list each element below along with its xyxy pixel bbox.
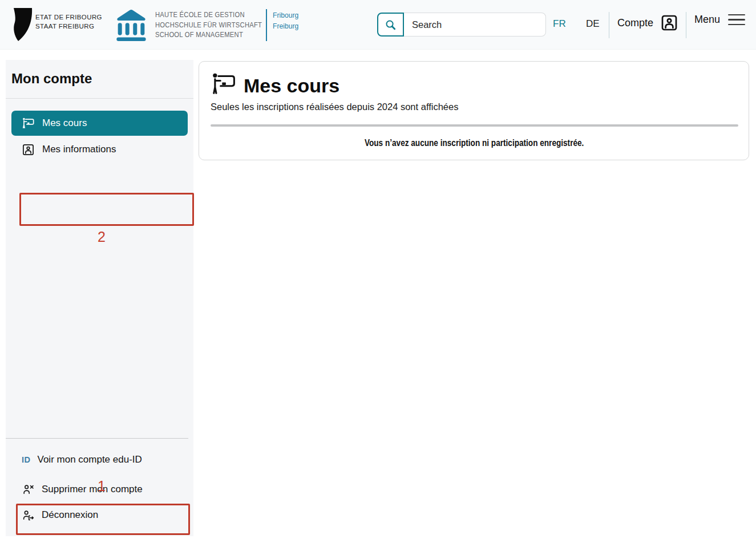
state-logo-text: ETAT DE FRIBOURG STAAT FREIBURG <box>35 13 102 31</box>
sidebar-item-deconnexion[interactable]: Déconnexion <box>6 501 188 529</box>
mes-cours-card: Mes cours Seules les inscriptions réalis… <box>199 61 749 160</box>
annotation-number-2: 2 <box>95 229 108 245</box>
sidebar-item-mes-cours[interactable]: Mes cours <box>11 111 188 136</box>
heg-line2: HOCHSCHULE FÜR WIRTSCHAFT <box>155 20 262 30</box>
menu-button[interactable]: Menu <box>694 14 745 26</box>
logo-divider <box>266 9 267 41</box>
sidebar-item-label: Supprimer mon compte <box>42 484 143 495</box>
search-input[interactable] <box>404 13 546 37</box>
search-icon <box>384 18 397 31</box>
person-logout-icon <box>22 509 35 522</box>
heg-line1: HAUTE ÉCOLE DE GESTION <box>155 10 262 20</box>
fribourg-state-logo[interactable] <box>10 7 33 42</box>
page-subtitle: Seules les inscriptions réalisées depuis… <box>211 102 458 112</box>
heg-building-icon[interactable] <box>115 7 147 43</box>
heg-city-text: Fribourg Freiburg <box>273 10 298 31</box>
sidebar-item-label: Mes cours <box>42 117 87 129</box>
city-line1: Fribourg <box>273 10 298 21</box>
account-person-icon <box>660 14 678 32</box>
top-header: ETAT DE FRIBOURG STAAT FREIBURG HAUTE ÉC… <box>0 0 756 50</box>
hamburger-icon <box>728 14 745 26</box>
search-button[interactable] <box>377 13 404 37</box>
state-line2: STAAT FREIBURG <box>35 22 102 31</box>
annotation-box-step-2 <box>19 193 194 226</box>
account-sidebar: Mon compte Mes cours Mes informations ID <box>6 60 193 536</box>
page-title: Mes cours <box>244 75 339 97</box>
sidebar-item-label: Mes informations <box>42 144 116 155</box>
sidebar-item-label: Déconnexion <box>42 509 98 521</box>
language-fr-button[interactable]: FR <box>553 18 566 30</box>
sidebar-item-supprimer-compte[interactable]: Supprimer mon compte <box>6 476 188 503</box>
sidebar-footer-divider <box>6 438 188 439</box>
card-header: Mes cours <box>211 71 339 100</box>
person-card-icon <box>22 143 35 156</box>
menu-label: Menu <box>694 14 720 26</box>
sidebar-divider <box>6 98 193 99</box>
account-label: Compte <box>617 17 653 29</box>
person-remove-icon <box>22 483 35 496</box>
header-divider <box>686 12 686 38</box>
heg-logo-text[interactable]: HAUTE ÉCOLE DE GESTION HOCHSCHULE FÜR WI… <box>155 10 262 40</box>
card-divider <box>211 124 738 127</box>
state-line1: ETAT DE FRIBOURG <box>35 13 102 22</box>
language-de-button[interactable]: DE <box>586 18 600 30</box>
presenter-board-icon <box>22 117 35 130</box>
sidebar-item-label: Voir mon compte edu-ID <box>38 454 142 465</box>
sidebar-item-eduid[interactable]: ID Voir mon compte edu-ID <box>6 446 188 473</box>
eduid-icon: ID <box>22 455 31 464</box>
search-bar <box>377 13 527 37</box>
presenter-board-icon <box>211 71 237 100</box>
sidebar-item-mes-informations[interactable]: Mes informations <box>11 136 188 163</box>
heg-line3: SCHOOL OF MANAGEMENT <box>155 30 262 40</box>
header-divider <box>609 12 609 38</box>
empty-state-message: Vous n’avez aucune inscription ni partic… <box>199 138 750 148</box>
city-line2: Freiburg <box>273 21 298 31</box>
sidebar-title: Mon compte <box>11 71 92 87</box>
account-button[interactable]: Compte <box>617 14 678 32</box>
